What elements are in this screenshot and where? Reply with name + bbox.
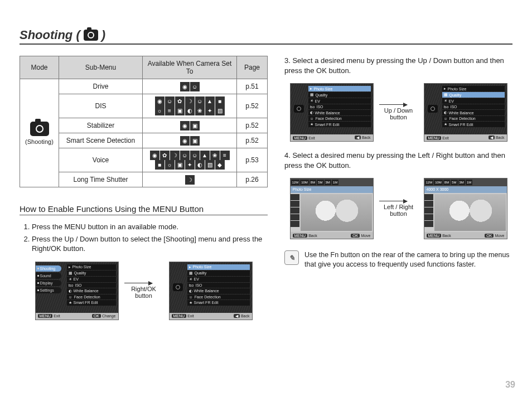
note-icon: ✎: [284, 250, 299, 265]
row-stab-page: p.52: [237, 118, 268, 133]
menu-item: ▦Quality: [308, 92, 371, 98]
row-dis-sub: DIS: [59, 94, 143, 118]
mode-tile-icon: ◉: [155, 96, 165, 106]
step-2: Press the Up / Down button to select the…: [32, 234, 268, 254]
page-title: Shooting ( ): [20, 28, 512, 42]
section-subtitle: How to Enable Functions Using the MENU B…: [20, 204, 268, 215]
mode-tile-icon: ☺: [190, 82, 200, 91]
camera-icon: [173, 283, 183, 291]
tab-display: Display: [36, 280, 61, 286]
modes-table: Mode Sub-Menu Available When Camera Set …: [20, 56, 268, 187]
th-avail: Available When Camera Set To: [143, 56, 237, 79]
mode-tile-icon: ✦: [205, 106, 215, 115]
mode-tile-icon: ◉: [180, 121, 190, 131]
mode-tile-icon: ❀: [210, 151, 220, 160]
row-voice-avail: ◉✿☽☺☺▲❀≡ ■☼▣✦◐▧◆: [143, 148, 237, 172]
row-dis-page: p.52: [237, 94, 268, 118]
menu-screenshot: ▸Photo Size ▦Quality ☀EV isoISO ◐White B…: [169, 262, 253, 320]
menu-item: ◐White Balance: [308, 110, 371, 115]
mode-tile-icon: ◉: [180, 82, 190, 91]
mode-tile-icon: ▣: [175, 160, 185, 170]
menu-item: ▦Quality: [187, 270, 250, 276]
menu-item: ★Smart FR Edit: [442, 122, 505, 127]
menu-item: ▸Photo Size: [308, 86, 371, 91]
mode-tile-icon: ❀: [195, 106, 205, 115]
menu-item: ★Smart FR Edit: [308, 122, 371, 127]
menu-screenshot: Shooting Sound Display Settings ▸Photo S…: [35, 262, 119, 320]
page-number: 39: [505, 380, 515, 390]
caption-leftright: Left / Right button: [379, 201, 418, 217]
menu-item: ◐White Balance: [67, 288, 116, 294]
mode-tile-icon: ☺: [180, 151, 190, 160]
photo-preview: [434, 194, 506, 231]
mode-tile-icon: ▲: [205, 96, 215, 106]
mode-tile-icon: ☽: [170, 151, 180, 160]
menu-item: ☺Face Detection: [308, 116, 371, 121]
step-1: Press the MENU button in an available mo…: [32, 222, 268, 232]
screenshot-row-r1: ▸Photo Size ▦Quality ☀EV isoISO ◐White B…: [284, 83, 512, 142]
mode-tile-icon: ☺: [165, 96, 175, 106]
mode-tile-icon: ☼: [165, 160, 175, 170]
arrow-icon: [379, 201, 407, 201]
menu-screenshot: ▸Photo Size ▦Quality ☀EV isoISO ◐White B…: [290, 83, 374, 142]
menu-item: ▦Quality: [442, 92, 505, 98]
arrow-icon: [379, 104, 407, 105]
row-drive-sub: Drive: [59, 79, 143, 94]
photo-screenshot: 12M10M8M5M3M1M 4000 X 3000 MENUBack OKMo…: [424, 178, 507, 239]
row-ssd-page: p.52: [237, 133, 268, 148]
title-suffix: ): [101, 28, 105, 42]
mode-tile-icon: ≡: [165, 106, 175, 115]
th-sub: Sub-Menu: [59, 56, 143, 79]
row-ssd-sub: Smart Scene Detection: [59, 133, 143, 148]
caption-updown: Up / Down button: [379, 104, 418, 120]
row-voice-sub: Voice: [59, 148, 143, 172]
menu-item: ☀EV: [67, 277, 116, 282]
mode-tile-icon: ▲: [200, 151, 210, 160]
menu-item: ★Smart FR Edit: [67, 300, 116, 306]
mode-tile-icon: ◉: [180, 136, 190, 146]
menu-item: ◐White Balance: [187, 288, 250, 294]
mode-label: (Shooting): [25, 138, 54, 145]
mode-tile-icon: ▧: [215, 106, 225, 115]
th-mode: Mode: [20, 56, 59, 79]
row-drive-page: p.51: [237, 79, 268, 94]
menu-screenshot: ▸Photo Size ▦Quality ☀EV isoISO ◐White B…: [424, 83, 507, 142]
step-4: 4. Select a desired menu by pressing the…: [284, 151, 512, 170]
mode-tile-icon: ☽: [185, 96, 195, 106]
mode-tile-icon: ☼: [155, 106, 165, 115]
mode-tile-icon: ◐: [185, 106, 195, 115]
row-lts-avail: ☽: [143, 172, 237, 187]
mode-tile-icon: ▧: [205, 160, 215, 170]
tab-shooting: Shooting: [36, 265, 61, 272]
mode-tile-icon: ≡: [220, 151, 230, 160]
tab-settings: Settings: [36, 287, 61, 293]
camera-mode-icon: [30, 122, 49, 136]
row-ssd-avail: ◉▣: [143, 133, 237, 148]
caption-rightok: Right/OK button: [124, 283, 163, 299]
th-page: Page: [237, 56, 268, 79]
menu-item: ☺Face Detection: [442, 116, 505, 121]
tab-sound: Sound: [36, 273, 61, 279]
camera-icon: [294, 105, 304, 113]
mode-tile-icon: ▣: [190, 136, 200, 146]
menu-item: ▸Photo Size: [442, 86, 505, 91]
menu-item: isoISO: [67, 283, 116, 288]
row-dis-avail: ◉☺✿☽☺▲■ ☼≡▣◐❀✦▧: [143, 94, 237, 118]
row-drive-avail: ◉☺: [143, 79, 237, 94]
arrow-icon: [124, 283, 152, 283]
row-lts-sub: Long Time Shutter: [59, 172, 143, 187]
mode-tile-icon: ✿: [175, 96, 185, 106]
camera-icon: [428, 105, 438, 113]
mode-tile-icon: ☽: [185, 175, 195, 185]
mode-tile-icon: ✦: [185, 160, 195, 170]
menu-item: ▸Photo Size: [67, 264, 116, 270]
photo-size-bar: Photo Size: [291, 186, 373, 193]
menu-item: ★Smart FR Edit: [187, 300, 250, 306]
mode-tile-icon: ✿: [160, 151, 170, 160]
menu-item: isoISO: [308, 104, 371, 109]
menu-item: ☀EV: [187, 277, 250, 282]
menu-item: ▸Photo Size: [187, 264, 250, 270]
mode-tile-icon: ☺: [190, 151, 200, 160]
mode-cell: (Shooting): [20, 79, 59, 187]
menu-item: ☺Face Detection: [187, 294, 250, 299]
